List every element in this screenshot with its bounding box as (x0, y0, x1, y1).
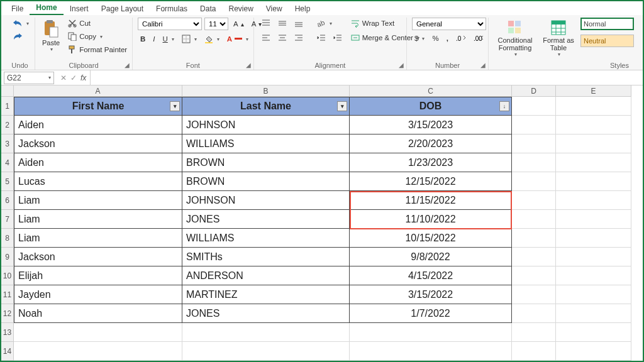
cut-button[interactable]: Cut (65, 18, 130, 29)
increase-font-button[interactable]: A▴ (231, 19, 247, 29)
cell[interactable] (556, 153, 631, 172)
cell[interactable]: ANDERSON (182, 266, 350, 285)
row-headers[interactable]: 1234567891011121314 (1, 97, 14, 361)
row-header-9[interactable]: 9 (1, 248, 13, 266)
cell[interactable]: JONES (182, 210, 350, 229)
font-size-select[interactable]: 11 (204, 18, 228, 30)
font-dialog-launcher[interactable]: ◢ (245, 61, 252, 69)
row-header-10[interactable]: 10 (1, 266, 13, 285)
copy-button[interactable]: Copy▾ (65, 31, 130, 42)
style-neutral[interactable]: Neutral (580, 35, 634, 47)
cell[interactable]: Jackson (14, 134, 182, 153)
clipboard-dialog-launcher[interactable]: ◢ (123, 61, 131, 69)
cell[interactable] (556, 285, 631, 304)
cell[interactable] (556, 229, 631, 248)
col-header-D[interactable]: D (512, 85, 556, 96)
cell[interactable]: SMITHs (182, 248, 350, 266)
cell[interactable] (556, 248, 631, 266)
tab-data[interactable]: Data (194, 3, 222, 15)
cell[interactable] (556, 304, 631, 323)
tab-file[interactable]: File (5, 3, 30, 15)
cell[interactable] (512, 153, 556, 172)
row-header-6[interactable]: 6 (1, 191, 13, 210)
font-name-select[interactable]: Calibri (138, 18, 202, 30)
cell[interactable] (556, 116, 631, 134)
cell[interactable] (556, 210, 631, 229)
col-header-E[interactable]: E (556, 85, 631, 96)
cell[interactable] (182, 342, 350, 361)
borders-button[interactable]: ▾ (179, 33, 199, 45)
cell[interactable] (556, 134, 631, 153)
underline-button[interactable]: U▾ (160, 34, 177, 44)
row-header-7[interactable]: 7 (1, 210, 13, 229)
italic-button[interactable]: I (150, 34, 157, 44)
tab-help[interactable]: Help (289, 3, 317, 15)
cell[interactable] (556, 342, 631, 361)
cell[interactable] (14, 323, 182, 342)
cell[interactable]: DOB↓ (350, 97, 512, 116)
cell[interactable] (512, 116, 556, 134)
cell[interactable]: Noah (14, 304, 182, 323)
cell[interactable]: WILLIAMS (182, 229, 350, 248)
cells-area[interactable]: First Name▾Last Name▾DOB↓AidenJOHNSON3/1… (14, 97, 631, 361)
cell[interactable]: 3/15/2023 (350, 116, 512, 134)
cell[interactable] (350, 342, 512, 361)
orientation-button[interactable]: ab▾ (314, 18, 335, 29)
cell[interactable] (556, 172, 631, 191)
filter-icon[interactable]: ▾ (170, 101, 180, 111)
col-header-A[interactable]: A (14, 85, 182, 96)
align-center-icon[interactable] (275, 32, 289, 43)
cell[interactable] (512, 210, 556, 229)
cell[interactable] (512, 134, 556, 153)
align-left-icon[interactable] (259, 32, 273, 43)
cell[interactable] (512, 97, 556, 116)
cell[interactable]: 2/20/2023 (350, 134, 512, 153)
align-middle-icon[interactable] (275, 18, 289, 29)
cell[interactable]: Jackson (14, 248, 182, 266)
cell[interactable]: 4/15/2022 (350, 266, 512, 285)
cell[interactable] (556, 266, 631, 285)
tab-insert[interactable]: Insert (64, 3, 95, 15)
cell[interactable]: Jayden (14, 285, 182, 304)
align-right-icon[interactable] (292, 32, 306, 43)
comma-button[interactable]: , (444, 33, 451, 43)
row-header-5[interactable]: 5 (1, 172, 13, 191)
cell[interactable]: 1/7/2022 (350, 304, 512, 323)
cell[interactable]: 11/10/2022 (350, 210, 512, 229)
row-header-2[interactable]: 2 (1, 116, 13, 134)
cell[interactable]: Liam (14, 229, 182, 248)
tab-view[interactable]: View (260, 3, 289, 15)
cell[interactable] (512, 172, 556, 191)
cell[interactable]: Liam (14, 210, 182, 229)
row-header-3[interactable]: 3 (1, 134, 13, 153)
col-header-C[interactable]: C (350, 85, 512, 96)
decrease-decimal-button[interactable]: .00 (471, 33, 486, 43)
select-all-corner[interactable] (1, 85, 14, 97)
cell[interactable] (512, 248, 556, 266)
increase-indent-icon[interactable] (331, 32, 345, 43)
filter-icon[interactable]: ▾ (337, 101, 347, 111)
cell[interactable]: BROWN (182, 172, 350, 191)
cell[interactable] (182, 323, 350, 342)
bold-button[interactable]: B (138, 34, 148, 44)
row-header-14[interactable]: 14 (1, 342, 13, 361)
cell[interactable] (556, 191, 631, 210)
row-header-11[interactable]: 11 (1, 285, 13, 304)
conditional-formatting-button[interactable]: Conditional Formatting▾ (494, 18, 536, 59)
cell[interactable] (14, 342, 182, 361)
cell[interactable]: Aiden (14, 116, 182, 134)
cell[interactable] (512, 191, 556, 210)
cell[interactable]: 3/15/2022 (350, 285, 512, 304)
format-as-table-button[interactable]: Format as Table▾ (540, 18, 577, 59)
row-header-8[interactable]: 8 (1, 229, 13, 248)
accept-formula-icon[interactable]: ✓ (70, 74, 77, 82)
cell[interactable]: Liam (14, 191, 182, 210)
cell[interactable] (512, 266, 556, 285)
row-header-4[interactable]: 4 (1, 153, 13, 172)
tab-page-layout[interactable]: Page Layout (95, 3, 150, 15)
cell[interactable]: 9/8/2022 (350, 248, 512, 266)
cell[interactable]: Aiden (14, 153, 182, 172)
cell[interactable] (556, 323, 631, 342)
cell[interactable]: JOHNSON (182, 116, 350, 134)
cell[interactable]: JONES (182, 304, 350, 323)
